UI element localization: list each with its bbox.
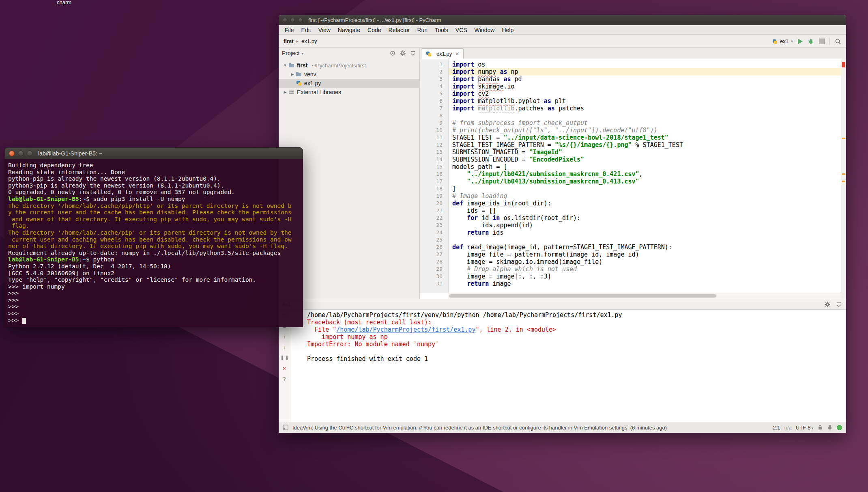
code-line-17[interactable]: 17 "../input/lb0413/submission_maskrcnn_… [420,178,841,185]
toolwindow-switcher-icon[interactable] [283,425,288,430]
expander-icon[interactable]: ▶ [282,90,288,94]
close-icon[interactable]: × [281,365,288,372]
code-line-27[interactable]: 27 image_file = pattern.format(image_id,… [420,251,841,258]
code-line-20[interactable]: 20def image_ids_in(root_dir): [420,200,841,207]
menu-file[interactable]: File [281,27,298,33]
pause-output-icon[interactable] [281,354,288,361]
code-line-13[interactable]: 13SUBMISSION_IMAGEID = "ImageId" [420,149,841,156]
horizontal-scrollbar[interactable] [448,293,841,299]
warning-stripe-mark[interactable] [842,138,845,139]
menu-view[interactable]: View [315,27,334,33]
menu-edit[interactable]: Edit [298,27,315,33]
close-button[interactable] [9,151,15,156]
breadcrumb-root[interactable]: first [284,38,294,44]
code-line-30[interactable]: 30 image = image[:, :, :3] [420,273,841,280]
code-line-4[interactable]: 4import skimage.io [420,83,841,90]
code-line-21[interactable]: 21 ids = [] [420,207,841,214]
lock-icon[interactable] [817,425,823,430]
desktop-icon-label[interactable]: charm [57,0,71,5]
tree-item-first[interactable]: ▼first ~/PycharmProjects/first [279,61,419,70]
scrollbar-thumb[interactable] [449,294,716,298]
code-line-11[interactable]: 11STAGE1_TEST = "../input/data-science-b… [420,134,841,141]
search-icon[interactable] [835,38,841,45]
run-config-selector[interactable]: ex1 ▾ [772,38,793,44]
code-line-12[interactable]: 12STAGE1_TEST_IMAGE_PATTERN = "%s/{}/ima… [420,141,841,149]
stop-button[interactable] [819,39,825,44]
gear-icon[interactable] [400,50,406,56]
minimize-button[interactable] [18,151,24,156]
error-stripe-mark[interactable] [842,62,845,67]
code-line-15[interactable]: 15models_path = [ [420,163,841,170]
error-stripe[interactable] [841,59,846,299]
code-line-6[interactable]: 6import matplotlib.pyplot as plt [420,97,841,105]
code-text: return ids [449,229,841,236]
code-line-25[interactable]: 25 [420,236,841,244]
menu-refactor[interactable]: Refactor [385,27,414,33]
minimize-button[interactable] [290,18,295,22]
code-line-19[interactable]: 19# Image loading [420,192,841,200]
code-line-28[interactable]: 28 image = skimage.io.imread(image_file) [420,258,841,265]
gear-icon[interactable] [824,301,831,308]
file-encoding[interactable]: UTF-8▾ [796,425,813,431]
menu-vcs[interactable]: VCS [452,27,471,33]
code-line-23[interactable]: 23 ids.append(id) [420,222,841,229]
hide-panel-icon[interactable] [410,50,416,56]
terminal-output[interactable]: Building dependency treeReading state in… [4,159,303,327]
maximize-button[interactable] [27,151,32,156]
code-line-7[interactable]: 7import matplotlib.patches as patches [420,105,841,112]
code-line-18[interactable]: 18] [420,185,841,192]
code-line-8[interactable]: 8 [420,112,841,119]
project-panel-header[interactable]: Project ▾ [279,48,419,58]
help-icon[interactable]: ? [281,375,288,382]
highlighting-level[interactable]: n/a [784,425,792,431]
inspection-profile-icon[interactable] [827,425,833,430]
close-button[interactable] [283,18,287,22]
project-panel-title: Project [282,50,300,56]
code-line-1[interactable]: 1import os [420,61,841,68]
code-line-26[interactable]: 26def read_image(image_id, pattern=STAGE… [420,244,841,251]
code-line-5[interactable]: 5import cv2 [420,90,841,97]
code-line-31[interactable]: 31 return image [420,280,841,287]
down-stack-icon[interactable]: ↓ [281,344,288,351]
editor-code[interactable]: 1import os2import numpy as np3import pan… [420,59,841,293]
pycharm-titlebar[interactable]: first [~/PycharmProjects/first] - .../ex… [279,15,846,25]
code-line-14[interactable]: 14SUBMISSION_ENCODED = "EncodedPixels" [420,156,841,163]
code-line-29[interactable]: 29 # Drop alpha which is not used [420,265,841,273]
code-line-10[interactable]: 10# print(check_output(["ls", "../input"… [420,127,841,134]
debug-button[interactable] [808,38,814,45]
status-indicator-dot [837,425,842,430]
up-stack-icon[interactable]: ↑ [281,333,288,340]
code-editor[interactable]: 1import os2import numpy as np3import pan… [420,59,846,299]
caret-position[interactable]: 2:1 [773,425,780,431]
code-line-16[interactable]: 16 "../input/lb0421/submission_maskrcnn_… [420,170,841,178]
locate-icon[interactable] [389,50,396,56]
menu-run[interactable]: Run [413,27,431,33]
menu-navigate[interactable]: Navigate [334,27,364,33]
menu-window[interactable]: Window [471,27,498,33]
navigation-bar: first ▸ ex1.py ex1 ▾ [279,35,846,48]
code-line-24[interactable]: 24 return ids [420,229,841,236]
warning-stripe-mark[interactable] [842,181,845,182]
tree-item-venv[interactable]: ▶venv [279,70,419,79]
hide-panel-icon[interactable] [836,301,842,308]
code-line-9[interactable]: 9# from subprocess import check_output [420,119,841,127]
status-message[interactable]: IdeaVim: Using the Ctrl+C shortcut for V… [292,425,667,431]
warning-stripe-mark[interactable] [842,173,845,175]
maximize-button[interactable] [298,18,303,22]
expander-icon[interactable]: ▶ [289,72,296,76]
close-tab-icon[interactable]: ✕ [455,51,459,57]
terminal-titlebar[interactable]: lab@lab-G1-Sniper-B5: ~ [4,147,303,159]
tree-item-external-libraries[interactable]: ▶External Libraries [279,88,419,97]
code-line-2[interactable]: 2import numpy as np [420,68,841,76]
code-line-22[interactable]: 22 for id in os.listdir(root_dir): [420,214,841,222]
tree-item-ex1-py[interactable]: ex1.py [279,79,419,88]
run-button[interactable] [798,39,803,44]
menu-help[interactable]: Help [498,27,517,33]
breadcrumb-file[interactable]: ex1.py [301,38,317,44]
code-line-3[interactable]: 3import pandas as pd [420,76,841,83]
expander-icon[interactable]: ▼ [282,63,288,67]
tab-ex1py[interactable]: ex1.py ✕ [421,48,464,59]
menu-code[interactable]: Code [364,27,385,33]
menu-tools[interactable]: Tools [431,27,452,33]
run-console[interactable]: /home/lab/PycharmProjects/first/venv/bin… [290,310,846,422]
